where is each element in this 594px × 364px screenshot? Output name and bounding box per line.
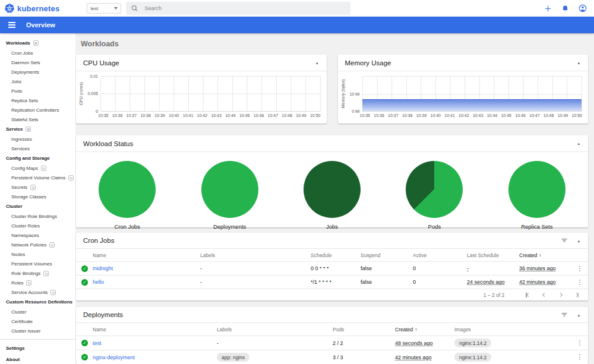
col-name[interactable]: Name xyxy=(93,327,217,333)
pie-jobs: Jobs xyxy=(281,161,383,230)
sidebar-item-deployments[interactable]: Deployments xyxy=(0,67,75,77)
col-labels[interactable]: Labels xyxy=(217,327,333,333)
sidebar-item-cluster-roles[interactable]: Cluster Roles xyxy=(0,221,75,230)
hamburger-menu-button[interactable] xyxy=(8,22,15,28)
col-created-sorted[interactable]: Created↑ xyxy=(395,327,454,333)
row-menu-button[interactable]: ⋮ xyxy=(571,278,588,286)
col-labels[interactable]: Labels xyxy=(200,252,311,258)
col-created-sorted[interactable]: Created↑ xyxy=(519,252,571,258)
sidebar-item-crd-cluster-issuer[interactable]: Cluster Issuer xyxy=(0,326,75,335)
namespaced-badge-icon: N xyxy=(50,290,56,295)
sidebar-item-service-accounts[interactable]: Service AccountsN xyxy=(0,287,75,297)
col-last-schedule[interactable]: Last Schedule xyxy=(467,252,519,258)
pie-label: Deployments xyxy=(213,223,246,230)
memory-usage-card: Memory Usage ▴ Memory (bytes) 10 Mi 0 Mi xyxy=(338,55,589,124)
sidebar-item-network-policies[interactable]: Network PoliciesN xyxy=(0,240,75,249)
sidebar-group-service[interactable]: Service N xyxy=(0,124,75,134)
status-ok-icon: ✓ xyxy=(81,354,88,360)
pie-deployments: Deployments xyxy=(178,161,280,230)
sidebar-item-pods[interactable]: Pods xyxy=(0,86,75,96)
col-suspend[interactable]: Suspend xyxy=(361,252,413,258)
sidebar-item-persistent-volumes[interactable]: Persistent Volumes xyxy=(0,259,75,268)
sidebar-item-config-maps[interactable]: Config MapsN xyxy=(0,163,75,173)
sidebar-group-config-and-storage[interactable]: Config and Storage xyxy=(0,153,75,163)
status-ok-icon: ✓ xyxy=(81,279,88,286)
cron-job-name-link[interactable]: hello xyxy=(93,279,200,285)
filter-button[interactable] xyxy=(561,311,568,318)
sidebar-item-persistent-volume-claims[interactable]: Persistent Volume ClaimsN xyxy=(0,173,75,182)
sidebar-item-cron-jobs[interactable]: Cron Jobs xyxy=(0,48,75,58)
previous-page-button[interactable] xyxy=(543,293,546,296)
y-tick: 0 xyxy=(96,109,98,113)
sidebar-item-roles[interactable]: RolesN xyxy=(0,278,75,287)
col-name[interactable]: Name xyxy=(93,252,200,258)
cron-jobs-header-row: Name Labels Schedule Suspend Active Last… xyxy=(76,249,588,261)
deployment-name-link[interactable]: nginx-deployment xyxy=(93,354,217,360)
plus-icon xyxy=(544,5,552,12)
x-tick: 10:44 xyxy=(487,113,498,118)
sidebar-item-nodes[interactable]: Nodes xyxy=(0,249,75,259)
x-tick: 10:43 xyxy=(473,113,484,118)
collapse-caret-icon[interactable]: ▴ xyxy=(576,312,581,318)
sidebar-item-settings[interactable]: Settings xyxy=(0,343,75,353)
sidebar-item-jobs[interactable]: Jobs xyxy=(0,77,75,86)
col-schedule[interactable]: Schedule xyxy=(311,252,361,258)
col-images[interactable]: Images xyxy=(454,327,571,333)
row-menu-button[interactable]: ⋮ xyxy=(571,265,588,273)
sidebar-item-stateful-sets[interactable]: Stateful Sets xyxy=(0,115,75,124)
row-menu-button[interactable]: ⋮ xyxy=(571,339,588,347)
cron-job-name-link[interactable]: midnight xyxy=(93,265,200,271)
status-ok-icon: ✓ xyxy=(81,265,88,272)
sidebar-group-custom-resource-definitions[interactable]: Custom Resource Definitions xyxy=(0,297,75,307)
sidebar-item-replica-sets[interactable]: Replica Sets xyxy=(0,96,75,105)
table-row: ✓ nginx-deployment app: nginx 3 / 3 42 m… xyxy=(76,350,588,364)
sidebar-group-workloads[interactable]: Workloads N xyxy=(0,38,75,48)
sidebar-item-role-bindings[interactable]: Role BindingsN xyxy=(0,268,75,278)
sidebar-item-secrets[interactable]: SecretsN xyxy=(0,182,75,192)
cell-last-schedule: - xyxy=(467,265,519,271)
namespace-select[interactable]: test xyxy=(87,3,121,14)
collapse-caret-icon[interactable]: ▴ xyxy=(576,238,581,244)
collapse-caret-icon[interactable]: ▴ xyxy=(315,59,320,66)
sidebar-item-cluster-role-bindings[interactable]: Cluster Role Bindings xyxy=(0,211,75,221)
sidebar-item-crd-cluster[interactable]: Cluster xyxy=(0,307,75,316)
sidebar-item-storage-classes[interactable]: Storage Classes xyxy=(0,192,75,201)
top-bar: kubernetes test xyxy=(0,0,594,17)
x-tick: 10:46 xyxy=(515,113,526,118)
cell-created: 42 minutes ago xyxy=(395,354,454,360)
first-page-button[interactable] xyxy=(526,293,529,297)
sidebar-item-about[interactable]: About xyxy=(0,354,75,364)
row-menu-button[interactable]: ⋮ xyxy=(571,353,588,361)
last-page-button[interactable] xyxy=(575,293,579,297)
col-pods[interactable]: Pods xyxy=(333,327,395,333)
cell-created: 48 seconds ago xyxy=(395,340,454,346)
sidebar-item-daemon-sets[interactable]: Daemon Sets xyxy=(0,58,75,67)
sidebar-item-crd-certificate[interactable]: Certificate xyxy=(0,316,75,326)
notifications-button[interactable] xyxy=(561,5,569,12)
x-tick: 10:49 xyxy=(558,113,568,118)
sidebar-item-ingresses[interactable]: Ingresses xyxy=(0,134,75,144)
sidebar-item-namespaces[interactable]: Namespaces xyxy=(0,230,75,240)
user-account-button[interactable] xyxy=(579,4,587,12)
memory-card-title: Memory Usage xyxy=(345,59,391,67)
collapse-caret-icon[interactable]: ▴ xyxy=(576,140,581,147)
create-resource-button[interactable] xyxy=(544,5,552,12)
cell-suspend: false xyxy=(361,279,413,285)
sidebar-item-services[interactable]: Services xyxy=(0,144,75,153)
sidebar-group-cluster[interactable]: Cluster xyxy=(0,201,75,211)
filter-button[interactable] xyxy=(561,237,568,244)
x-tick: 10:39 xyxy=(154,113,165,118)
pie-label: Cron Jobs xyxy=(115,223,140,230)
cell-labels: - xyxy=(217,340,333,346)
search-input[interactable] xyxy=(144,5,346,11)
collapse-caret-icon[interactable]: ▴ xyxy=(576,59,581,66)
kubernetes-logo[interactable]: kubernetes xyxy=(5,4,59,13)
sidebar-item-replication-controllers[interactable]: Replication Controllers xyxy=(0,105,75,115)
search-bar[interactable] xyxy=(126,2,350,15)
image-chip: nginx:1.14.2 xyxy=(454,353,491,362)
col-active[interactable]: Active xyxy=(413,252,467,258)
x-tick: 10:44 xyxy=(225,113,236,118)
cpu-usage-card: CPU Usage ▴ CPU (cores) 0.01 0.005 0 xyxy=(76,55,327,124)
deployment-name-link[interactable]: test xyxy=(93,340,217,346)
next-page-button[interactable] xyxy=(559,293,562,296)
